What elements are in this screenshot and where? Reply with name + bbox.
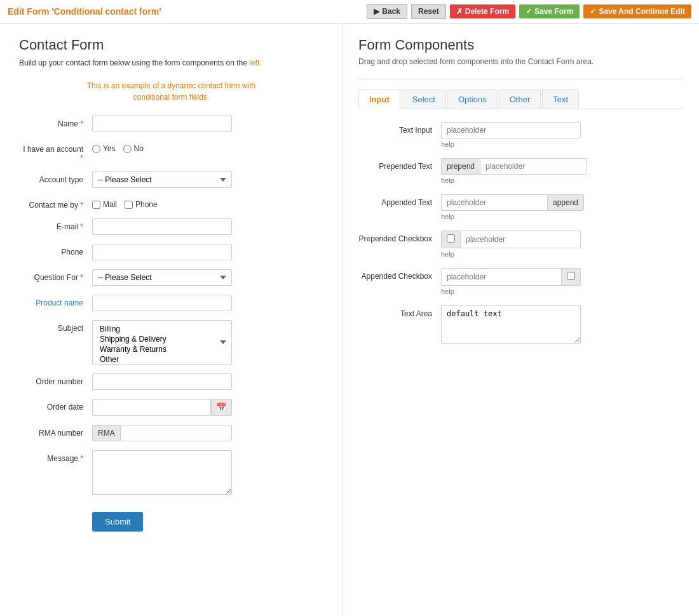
order-number-input[interactable] [92,373,232,390]
save-continue-icon: ✓ [590,7,596,16]
back-icon: ▶ [374,7,379,16]
appended-checkbox-field: help [441,268,684,295]
text-input-comp-input[interactable] [441,122,581,138]
text-input-component-field: help [441,122,684,148]
email-label: E-mail * [19,218,92,231]
append-tag: append [547,194,584,211]
message-row: Message * [19,450,323,497]
have-account-radio-group: Yes No [92,141,232,153]
subject-option-billing[interactable]: Billing [98,324,226,334]
tab-input[interactable]: Input [358,90,400,109]
message-field-wrap [92,450,232,497]
mail-checkbox[interactable] [92,201,100,209]
tab-select[interactable]: Select [402,90,446,109]
email-input[interactable] [92,218,232,235]
calendar-icon-button[interactable]: 📅 [211,399,232,416]
product-name-input[interactable] [92,295,232,311]
text-area-component-label: Text Area [358,305,441,318]
prepended-checkbox-input[interactable] [447,234,455,243]
delete-form-button[interactable]: ✗ Delete Form [450,4,515,18]
name-input[interactable] [92,116,232,132]
reset-button[interactable]: Reset [411,4,446,19]
subject-option-warranty[interactable]: Warranty & Returns [98,344,226,354]
product-name-row: Product name [19,295,323,311]
have-account-required: * [80,154,83,163]
order-number-label: Order number [19,373,92,386]
prepended-checkbox-box [442,231,461,248]
subject-option-shipping[interactable]: Shipping & Delivery [98,334,226,344]
appended-text-help: help [441,213,684,220]
text-input-component: Text Input help [358,122,684,148]
phone-input[interactable] [92,244,232,260]
order-date-row: Order date 📅 [19,399,323,416]
appended-text-label: Appended Text [358,194,441,207]
appended-checkbox-label: Appended Checkbox [358,268,441,281]
rma-number-row: RMA number RMA [19,425,323,441]
prepended-text-input[interactable] [480,158,587,175]
name-row: Name * [19,116,323,132]
text-input-help: help [441,140,684,148]
contact-by-row: Contact me by * Mail Phone [19,197,323,210]
name-field-wrap [92,116,232,132]
yes-radio[interactable] [92,145,100,153]
appended-checkbox-input[interactable] [567,272,575,280]
subject-label: Subject [19,320,92,333]
date-input-wrap: 📅 [92,399,232,416]
prepended-checkbox-help: help [441,250,684,258]
subject-listbox[interactable]: Billing Shipping & Delivery Warranty & R… [92,320,232,365]
text-area-component-field: default text [441,305,684,344]
rma-prepend-label: RMA [92,425,120,441]
top-bar-actions: ▶ Back Reset ✗ Delete Form ✓ Save Form ✓… [367,4,691,19]
question-for-select[interactable]: -- Please Select [92,269,232,286]
yes-radio-label[interactable]: Yes [92,144,116,153]
tab-other[interactable]: Other [499,90,541,109]
contact-by-required: * [80,201,83,210]
prepended-text-label: Prepended Text [358,158,441,171]
left-panel: Contact Form Build up your contact form … [0,24,343,616]
question-for-required: * [80,273,83,282]
prepended-checkbox-field: help [441,231,684,258]
rma-number-input[interactable] [120,425,232,441]
save-form-button[interactable]: ✓ Save Form [519,4,580,18]
contact-by-checkbox-group: Mail Phone [92,197,232,209]
message-textarea[interactable] [92,450,232,495]
phone-row: Phone [19,244,323,260]
phone-checkbox-label[interactable]: Phone [125,200,158,209]
email-row: E-mail * [19,218,323,235]
account-type-label: Account type [19,171,92,184]
phone-label: Phone [19,244,92,257]
question-for-row: Question For * -- Please Select [19,269,323,286]
email-field-wrap [92,218,232,235]
tab-options[interactable]: Options [447,90,498,109]
prepended-text-component: Prepended Text prepend help [358,158,684,184]
message-label: Message * [19,450,92,463]
account-type-select[interactable]: -- Please Select [92,171,232,188]
rma-prepended-wrap: RMA [92,425,232,441]
subject-option-other[interactable]: Other [98,354,226,365]
prepended-checkbox-text[interactable] [461,232,580,247]
form-description: This is an example of a dynamic contact … [19,80,323,103]
tab-text[interactable]: Text [542,90,579,109]
order-date-input[interactable] [92,399,211,416]
rma-number-label: RMA number [19,425,92,438]
delete-icon: ✗ [456,7,463,16]
product-name-field-wrap [92,295,232,311]
right-panel: Form Components Drag and drop selected f… [343,24,699,616]
contact-form-subtitle: Build up your contact form below using t… [19,58,323,67]
have-account-label: I have an account * [19,141,92,163]
order-number-field-wrap [92,373,232,390]
save-continue-button[interactable]: ✓ Save And Continue Edit [583,4,691,18]
no-radio-label[interactable]: No [123,144,144,153]
account-type-row: Account type -- Please Select [19,171,323,188]
no-radio[interactable] [123,145,132,153]
phone-checkbox[interactable] [125,201,133,209]
appended-text-input[interactable] [441,194,547,211]
prepended-checkbox-wrap [441,231,581,248]
mail-checkbox-label[interactable]: Mail [92,200,117,209]
text-area-comp-textarea[interactable]: default text [441,305,581,344]
back-button[interactable]: ▶ Back [367,4,407,19]
submit-button[interactable]: Submit [92,512,143,532]
text-area-component: Text Area default text [358,305,684,344]
appended-checkbox-component: Appended Checkbox help [358,268,684,295]
appended-checkbox-text[interactable] [442,269,561,285]
